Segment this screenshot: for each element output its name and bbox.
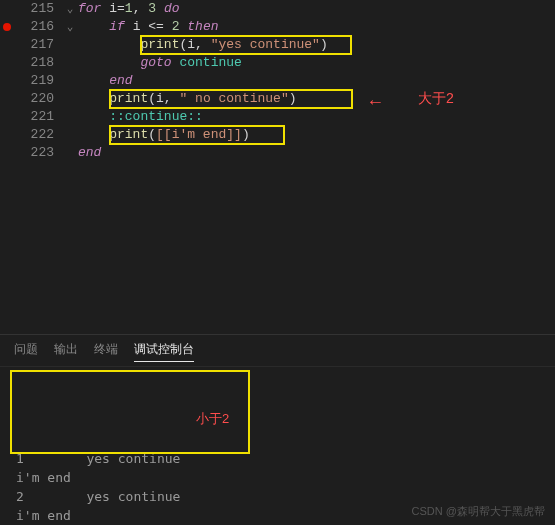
code-line[interactable]: 220 print(i, " no continue"): [0, 90, 555, 108]
console-line: 1 yes continue: [16, 449, 539, 468]
code-line[interactable]: 218 goto continue: [0, 54, 555, 72]
code-content[interactable]: if i <= 2 then: [78, 18, 555, 36]
console-line: i'm end: [16, 468, 539, 487]
console-line: i'm end: [16, 506, 539, 525]
line-number: 220: [14, 90, 62, 108]
code-line[interactable]: 223end: [0, 144, 555, 162]
panel-tab[interactable]: 终端: [94, 341, 118, 362]
line-number: 221: [14, 108, 62, 126]
code-content[interactable]: end: [78, 144, 555, 162]
code-line[interactable]: 215⌄for i=1, 3 do: [0, 0, 555, 18]
fold-icon[interactable]: ⌄: [62, 0, 78, 18]
panel-tab[interactable]: 输出: [54, 341, 78, 362]
arrow-annotation: ←: [370, 92, 381, 112]
bottom-panel: 问题输出终端调试控制台 小于2 1 yes continuei'm end2 y…: [0, 334, 555, 525]
fold-icon[interactable]: ⌄: [62, 18, 78, 36]
panel-tabs: 问题输出终端调试控制台: [0, 335, 555, 367]
code-line[interactable]: 217 print(i, "yes continue"): [0, 36, 555, 54]
line-number: 215: [14, 0, 62, 18]
annotation-gt2: 大于2: [418, 90, 454, 108]
code-content[interactable]: goto continue: [78, 54, 555, 72]
annotation-lt2: 小于2: [196, 409, 229, 428]
code-line[interactable]: 219 end: [0, 72, 555, 90]
panel-tab[interactable]: 调试控制台: [134, 341, 194, 362]
code-content[interactable]: print(i, " no continue"): [78, 90, 555, 108]
code-content[interactable]: for i=1, 3 do: [78, 0, 555, 18]
code-editor[interactable]: 215⌄for i=1, 3 do216⌄ if i <= 2 then217 …: [0, 0, 555, 335]
line-number: 219: [14, 72, 62, 90]
code-line[interactable]: 222 print([[i'm end]]): [0, 126, 555, 144]
console-line: 2 yes continue: [16, 487, 539, 506]
line-number: 218: [14, 54, 62, 72]
code-line[interactable]: 221 ::continue::: [0, 108, 555, 126]
debug-console[interactable]: 小于2 1 yes continuei'm end2 yes continuei…: [0, 367, 555, 525]
code-content[interactable]: ::continue::: [78, 108, 555, 126]
line-number: 216: [14, 18, 62, 36]
panel-tab[interactable]: 问题: [14, 341, 38, 362]
line-number: 222: [14, 126, 62, 144]
code-line[interactable]: 216⌄ if i <= 2 then: [0, 18, 555, 36]
breakpoint-gutter[interactable]: [0, 23, 14, 31]
line-number: 217: [14, 36, 62, 54]
line-number: 223: [14, 144, 62, 162]
code-content[interactable]: print(i, "yes continue"): [78, 36, 555, 54]
code-content[interactable]: print([[i'm end]]): [78, 126, 555, 144]
code-content[interactable]: end: [78, 72, 555, 90]
breakpoint-icon[interactable]: [3, 23, 11, 31]
